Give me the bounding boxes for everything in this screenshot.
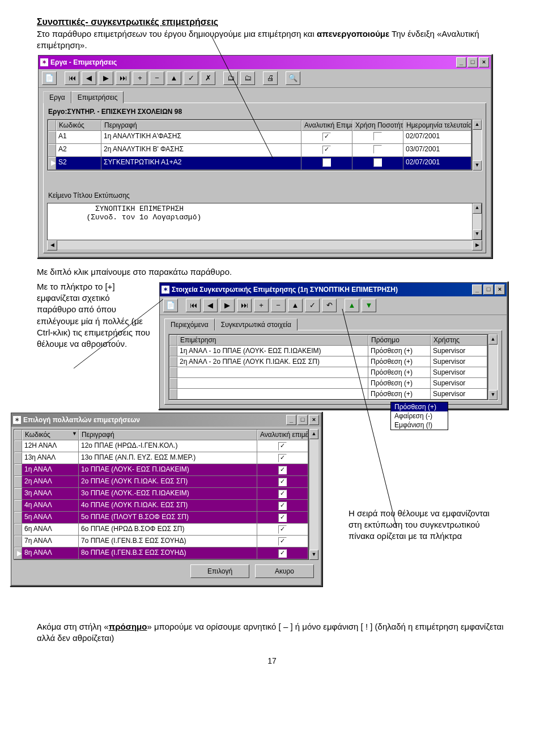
- popup-item[interactable]: Πρόσθεση (+): [391, 402, 448, 411]
- popup-item[interactable]: Αφαίρεση (-): [391, 411, 448, 421]
- hdr-prosimo: Πρόσημο: [368, 335, 431, 346]
- popup-item[interactable]: Εμφάνιση (!): [391, 421, 448, 430]
- minimize-button[interactable]: _: [456, 57, 466, 67]
- sort-icon[interactable]: ▼: [72, 431, 77, 437]
- checkbox[interactable]: ✓: [278, 537, 287, 546]
- memo-text: ΣΥΝΟΠΤΙΚΗ ΕΠΙΜΕΤΡΗΣΗ (Συνοδ. τον 1ο Λογα…: [51, 205, 201, 222]
- nav-ok-icon[interactable]: ✓: [184, 71, 198, 85]
- nav-next-icon[interactable]: ▶: [99, 71, 113, 85]
- checkbox[interactable]: ✓: [278, 549, 287, 558]
- checkbox[interactable]: [373, 145, 382, 154]
- close-button[interactable]: ×: [495, 284, 505, 295]
- maximize-button[interactable]: □: [468, 57, 478, 67]
- move-down-icon[interactable]: ▼: [362, 299, 376, 312]
- table-row[interactable]: Πρόσθεση (+)Supervisor: [169, 378, 487, 389]
- prosimo-dropdown[interactable]: Πρόσθεση (+) Αφαίρεση (-) Εμφάνιση (!): [390, 402, 448, 430]
- scroll-up-icon[interactable]: ▲: [309, 429, 318, 439]
- checkbox[interactable]: [373, 158, 382, 167]
- table-row[interactable]: Πρόσθεση (+)Supervisor: [169, 389, 487, 400]
- checkbox[interactable]: ✓: [278, 490, 287, 498]
- table-row[interactable]: Πρόσθεση (+)Supervisor: [169, 367, 487, 378]
- doc-p3: Με το πλήκτρο το [+] εμφανίζεται σχετικό…: [37, 281, 150, 350]
- scroll-up-icon[interactable]: ▲: [488, 334, 498, 345]
- tool-ico1[interactable]: 🗂: [223, 71, 238, 85]
- minimize-button[interactable]: _: [286, 415, 296, 425]
- table-row[interactable]: 3η ΑΝΑΛ3ο ΠΠΑΕ (ΛΟΥΚ.-ΕΩΣ Π.ΙΩΑΚΕΙΜ)✓: [14, 488, 308, 500]
- tool-ico2[interactable]: 🗂: [240, 71, 255, 85]
- checkbox[interactable]: [322, 158, 331, 167]
- checkbox[interactable]: ✓: [278, 478, 287, 486]
- tab-erga[interactable]: Εργα: [43, 91, 71, 103]
- hscroll-left-icon[interactable]: ◀: [47, 240, 57, 250]
- checkbox[interactable]: ✓: [278, 513, 287, 522]
- table-row[interactable]: 2η ΑΝΑΛ - 2ο ΠΠΑΕ (ΛΟΥΚ Π.ΙΩΑΚ. ΕΩΣ ΣΠ)Π…: [169, 356, 487, 367]
- checkbox[interactable]: ✓: [278, 466, 287, 474]
- close-button[interactable]: ×: [309, 415, 319, 425]
- table-row[interactable]: 7η ΑΝΑΛ7ο ΠΠΑΕ (Ι.ΓΕΝ.Β.Σ ΕΩΣ ΣΟΥΗΔ)✓: [14, 536, 308, 547]
- hdr-code: Κωδικός▼: [22, 430, 79, 440]
- select-button[interactable]: Επιλογή: [190, 564, 249, 578]
- window-title: Εργα - Επιμετρήσεις: [50, 58, 117, 66]
- memo-scroll-up-icon[interactable]: ▲: [473, 203, 482, 214]
- nav-ok-icon[interactable]: ✓: [305, 299, 320, 312]
- doc-p2: Με διπλό κλικ μπαίνουμε στο παρακάτω παρ…: [37, 266, 507, 278]
- tool-add-icon[interactable]: 📄: [42, 71, 57, 85]
- tool-search-icon[interactable]: 🔍: [286, 71, 300, 85]
- memo-scroll-down-icon[interactable]: ▼: [473, 230, 482, 240]
- nav-minus-icon[interactable]: −: [271, 299, 286, 312]
- tab-periexomena[interactable]: Περιεχόμενα: [164, 318, 215, 330]
- table-row[interactable]: 2η ΑΝΑΛ2ο ΠΠΑΕ (ΛΟΥΚ Π.ΙΩΑΚ. ΕΩΣ ΣΠ)✓: [14, 476, 308, 488]
- checkbox[interactable]: ✓: [278, 502, 287, 510]
- cancel-button[interactable]: Ακυρο: [255, 564, 314, 578]
- nav-first-icon[interactable]: ⏮: [65, 71, 79, 85]
- tool-add-icon[interactable]: 📄: [163, 299, 178, 312]
- table-row[interactable]: A11η ΑΝΑΛΥΤΙΚΗ Α'ΦΑΣΗΣ✓02/07/2001: [48, 131, 471, 144]
- app-icon: ✶: [13, 416, 21, 424]
- nav-cancel-icon[interactable]: ✗: [201, 71, 215, 85]
- print-title-memo[interactable]: ΣΥΝΟΠΤΙΚΗ ΕΠΙΜΕΤΡΗΣΗ (Συνοδ. τον 1ο Λογα…: [47, 203, 482, 240]
- tool-print-icon[interactable]: 🖨: [263, 71, 278, 85]
- table-row[interactable]: 5η ΑΝΑΛ5ο ΠΠΑΕ (ΠΛΟΥΤ Β.ΣΟΦ ΕΩΣ ΣΠ)✓: [14, 512, 308, 524]
- nav-next-icon[interactable]: ▶: [220, 299, 235, 312]
- tab-sygk[interactable]: Συγκεντρωτικά στοιχεία: [215, 318, 298, 330]
- checkbox[interactable]: [373, 132, 382, 141]
- hscroll-right-icon[interactable]: ▶: [472, 240, 482, 250]
- scroll-down-icon[interactable]: ▼: [488, 390, 498, 400]
- scroll-down-icon[interactable]: ▼: [473, 160, 482, 171]
- nav-plus-icon[interactable]: +: [133, 71, 147, 85]
- nav-first-icon[interactable]: ⏮: [186, 299, 201, 312]
- doc-p4: Η σειρά που θέλουμε να εμφανίζονται στη …: [348, 508, 496, 542]
- checkbox[interactable]: ✓: [278, 525, 287, 534]
- table-row[interactable]: 1η ΑΝΑΛ1ο ΠΠΑΕ (ΛΟΥΚ- ΕΩΣ Π.ΙΩΑΚΕΙΜ)✓: [14, 464, 308, 476]
- nav-edit-icon[interactable]: ▲: [288, 299, 303, 312]
- table-row[interactable]: A22η ΑΝΑΛΥΤΙΚΗ Β' ΦΑΣΗΣ✓03/07/2001: [48, 144, 471, 157]
- table-row[interactable]: 4η ΑΝΑΛ4ο ΠΠΑΕ (ΛΟΥΚ Π.ΙΩΑΚ. ΕΩΣ ΣΠ)✓: [14, 500, 308, 512]
- table-row[interactable]: 1η ΑΝΑΛ - 1ο ΠΠΑΕ (ΛΟΥΚ- ΕΩΣ Π.ΙΩΑΚΕΙΜ)Π…: [169, 346, 487, 356]
- scroll-up-icon[interactable]: ▲: [473, 120, 482, 130]
- nav-minus-icon[interactable]: −: [150, 71, 164, 85]
- close-button[interactable]: ×: [479, 57, 489, 67]
- table-row[interactable]: 13η ΑΝΑΛ13ο ΠΠΑΕ (ΑΝ.Π. ΕΥΖ. ΕΩΣ Μ.ΜΕΡ.)…: [14, 452, 308, 464]
- nav-edit-icon[interactable]: ▲: [167, 71, 181, 85]
- nav-plus-icon[interactable]: +: [254, 299, 269, 312]
- table-row[interactable]: 12Η ΑΝΑΛ12ο ΠΠΑΕ (ΗΡΩΔ.-Ι.ΓΕΝ.ΚΟΛ.)✓: [14, 440, 308, 452]
- maximize-button[interactable]: □: [298, 415, 308, 425]
- p5a: Ακόμα στη στήλη «: [37, 622, 109, 631]
- move-up-icon[interactable]: ▲: [345, 299, 359, 312]
- checkbox[interactable]: ✓: [278, 442, 287, 451]
- table-row[interactable]: ▶8η ΑΝΑΛ8ο ΠΠΑΕ (Ι.ΓΕΝ.Β.Σ ΕΩΣ ΣΟΥΗΔ)✓: [14, 547, 308, 559]
- nav-prev-icon[interactable]: ◀: [82, 71, 96, 85]
- checkbox[interactable]: ✓: [322, 133, 331, 141]
- table-row[interactable]: ▶S2ΣΥΓΚΕΝΤΡΩΤΙΚΗ Α1+Α202/07/2001: [48, 157, 471, 170]
- minimize-button[interactable]: _: [472, 284, 482, 295]
- tab-epimetriseis[interactable]: Επιμετρήσεις: [71, 91, 124, 103]
- nav-last-icon[interactable]: ⏭: [116, 71, 130, 85]
- nav-cancel-icon[interactable]: ↶: [322, 299, 337, 312]
- table-row[interactable]: 6η ΑΝΑΛ6ο ΠΠΑΕ (ΗΡΩΔ Β.ΣΟΦ ΕΩΣ ΣΠ)✓: [14, 524, 308, 536]
- nav-last-icon[interactable]: ⏭: [237, 299, 252, 312]
- nav-prev-icon[interactable]: ◀: [203, 299, 218, 312]
- checkbox[interactable]: ✓: [278, 454, 287, 462]
- scroll-down-icon[interactable]: ▼: [309, 550, 318, 560]
- maximize-button[interactable]: □: [483, 284, 494, 295]
- checkbox[interactable]: ✓: [322, 146, 331, 154]
